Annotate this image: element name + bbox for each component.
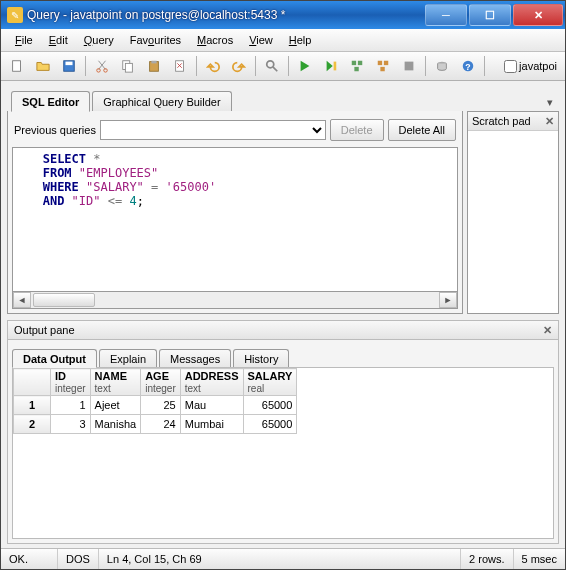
window-title: Query - javatpoint on postgres@localhost…: [27, 8, 423, 22]
status-encoding: DOS: [58, 549, 99, 569]
output-header: Output pane ✕: [7, 320, 559, 340]
scratch-header: Scratch pad ✕: [468, 112, 558, 131]
open-icon[interactable]: [31, 54, 55, 78]
menu-macros[interactable]: Macros: [189, 32, 241, 48]
clear-icon[interactable]: [168, 54, 192, 78]
minimize-button[interactable]: ─: [425, 4, 467, 26]
corner-cell[interactable]: [14, 369, 51, 396]
window-buttons: ─ ☐ ✕: [423, 4, 563, 26]
tab-gqb[interactable]: Graphical Query Builder: [92, 91, 231, 111]
menu-view[interactable]: View: [241, 32, 281, 48]
undo-icon[interactable]: [201, 54, 225, 78]
help-icon[interactable]: ?: [456, 54, 480, 78]
cancel-icon[interactable]: [397, 54, 421, 78]
menu-edit[interactable]: Edit: [41, 32, 76, 48]
col-age[interactable]: AGEinteger: [141, 369, 181, 396]
db-label: javatpoi: [519, 60, 557, 72]
statusbar: OK. DOS Ln 4, Col 15, Ch 69 2 rows. 5 ms…: [1, 548, 565, 569]
svg-rect-15: [378, 61, 382, 65]
copy-icon[interactable]: [116, 54, 140, 78]
new-icon[interactable]: [5, 54, 29, 78]
svg-rect-0: [13, 61, 21, 72]
status-time: 5 msec: [514, 549, 565, 569]
titlebar[interactable]: ✎ Query - javatpoint on postgres@localho…: [1, 1, 565, 29]
svg-rect-8: [151, 61, 156, 64]
sql-editor[interactable]: SELECT * FROM "EMPLOYEES" WHERE "SALARY"…: [12, 147, 458, 292]
delete-button[interactable]: Delete: [330, 119, 384, 141]
col-address[interactable]: ADDRESStext: [180, 369, 243, 396]
paste-icon[interactable]: [142, 54, 166, 78]
output-close-icon[interactable]: ✕: [543, 324, 552, 337]
app-window: ✎ Query - javatpoint on postgres@localho…: [0, 0, 566, 570]
svg-rect-16: [384, 61, 388, 65]
svg-rect-18: [405, 62, 414, 71]
svg-rect-2: [66, 62, 73, 66]
previous-queries-row: Previous queries Delete Delete All: [12, 115, 458, 147]
svg-rect-12: [352, 61, 356, 65]
col-name[interactable]: NAMEtext: [90, 369, 141, 396]
status-ok: OK.: [1, 549, 58, 569]
connection-icon[interactable]: [430, 54, 454, 78]
tab-history[interactable]: History: [233, 349, 289, 367]
find-icon[interactable]: [260, 54, 284, 78]
col-id[interactable]: IDinteger: [51, 369, 91, 396]
svg-rect-11: [334, 62, 337, 71]
scratch-title: Scratch pad: [472, 115, 531, 127]
svg-rect-14: [354, 67, 358, 71]
redo-icon[interactable]: [227, 54, 251, 78]
status-position: Ln 4, Col 15, Ch 69: [99, 549, 461, 569]
svg-point-10: [267, 61, 274, 68]
main-area: Previous queries Delete Delete All SELEC…: [1, 111, 565, 320]
table-header-row: IDinteger NAMEtext AGEinteger ADDRESStex…: [14, 369, 297, 396]
save-icon[interactable]: [57, 54, 81, 78]
result-table: IDinteger NAMEtext AGEinteger ADDRESStex…: [13, 368, 297, 434]
execute-icon[interactable]: [293, 54, 317, 78]
output-title: Output pane: [14, 324, 75, 336]
execute-pgscript-icon[interactable]: [319, 54, 343, 78]
svg-rect-17: [380, 67, 384, 71]
maximize-button[interactable]: ☐: [469, 4, 511, 26]
scroll-left-icon[interactable]: ◄: [13, 292, 31, 308]
editor-tabs: SQL Editor Graphical Query Builder ▾: [1, 81, 565, 111]
tab-explain[interactable]: Explain: [99, 349, 157, 367]
tab-data-output[interactable]: Data Output: [12, 349, 97, 368]
svg-text:?: ?: [465, 62, 470, 72]
scratch-close-icon[interactable]: ✕: [545, 115, 554, 128]
cut-icon[interactable]: [90, 54, 114, 78]
output-tabs: Data Output Explain Messages History: [8, 340, 558, 367]
result-grid[interactable]: IDinteger NAMEtext AGEinteger ADDRESStex…: [12, 367, 554, 539]
menu-query[interactable]: Query: [76, 32, 122, 48]
svg-rect-13: [358, 61, 362, 65]
prev-dropdown[interactable]: [100, 120, 326, 140]
scratch-body[interactable]: [468, 131, 558, 313]
status-rowcount: 2 rows.: [461, 549, 513, 569]
svg-rect-6: [125, 63, 132, 72]
output-area: Data Output Explain Messages History IDi…: [7, 340, 559, 544]
explain-analyze-icon[interactable]: [371, 54, 395, 78]
delete-all-button[interactable]: Delete All: [388, 119, 456, 141]
scroll-thumb[interactable]: [33, 293, 95, 307]
scroll-right-icon[interactable]: ►: [439, 292, 457, 308]
menubar: File Edit Query Favourites Macros View H…: [1, 29, 565, 52]
table-row[interactable]: 2 3 Manisha 24 Mumbai 65000: [14, 415, 297, 434]
menu-file[interactable]: File: [7, 32, 41, 48]
menu-favourites[interactable]: Favourites: [122, 32, 189, 48]
scratch-pad: Scratch pad ✕: [467, 111, 559, 314]
active-db-selector[interactable]: javatpoi: [500, 60, 561, 73]
prev-label: Previous queries: [14, 124, 96, 136]
editor-panel: Previous queries Delete Delete All SELEC…: [7, 111, 463, 314]
table-row[interactable]: 1 1 Ajeet 25 Mau 65000: [14, 396, 297, 415]
menu-help[interactable]: Help: [281, 32, 320, 48]
tab-messages[interactable]: Messages: [159, 349, 231, 367]
col-salary[interactable]: SALARYreal: [243, 369, 297, 396]
tabs-collapse-icon[interactable]: ▾: [541, 94, 559, 111]
db-checkbox[interactable]: [504, 60, 517, 73]
close-button[interactable]: ✕: [513, 4, 563, 26]
app-icon: ✎: [7, 7, 23, 23]
tab-sql-editor[interactable]: SQL Editor: [11, 91, 90, 112]
toolbar: ? javatpoi: [1, 52, 565, 81]
explain-icon[interactable]: [345, 54, 369, 78]
editor-hscroll[interactable]: ◄ ►: [12, 292, 458, 309]
